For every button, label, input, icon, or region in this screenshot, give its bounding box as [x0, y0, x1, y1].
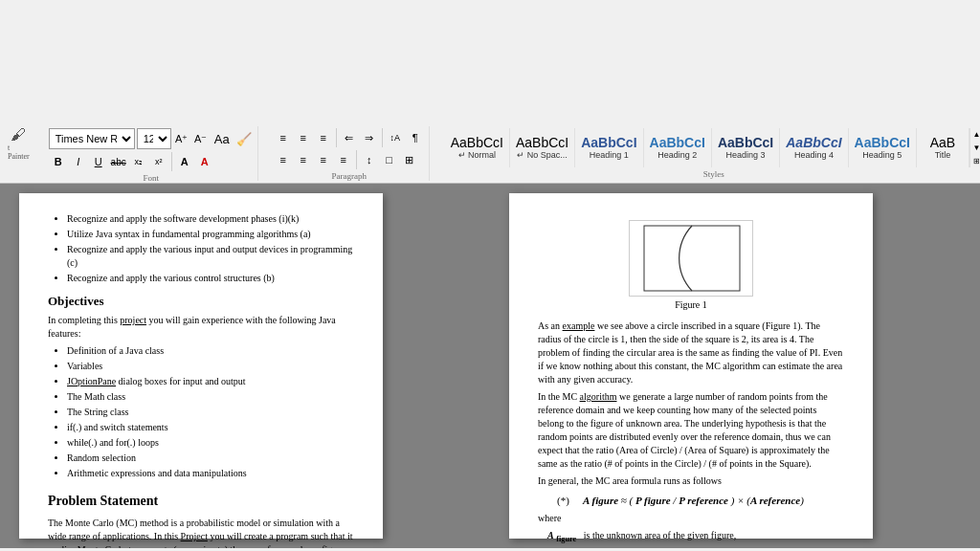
styles-group-label: Styles [445, 167, 980, 179]
superscript-button[interactable]: x² [149, 152, 168, 171]
list-item: The Math class [67, 390, 354, 404]
font-color-button[interactable]: A [195, 152, 214, 171]
shading-button[interactable]: □ [380, 150, 399, 169]
style-heading-1[interactable]: AaBbCcI Heading 1 [575, 128, 643, 167]
problem-statement-heading: Problem Statement [48, 492, 354, 511]
decrease-indent-button[interactable]: ⇐ [340, 128, 359, 147]
font-name-selector[interactable]: Times New Ro [49, 128, 135, 149]
list-item: Recognize and apply the software develop… [67, 212, 354, 226]
list-item: while(.) and for(.) loops [67, 436, 354, 450]
shrink-font-button[interactable]: A⁻ [192, 130, 210, 147]
formula-items: A figure is the unknown area of the give… [547, 529, 844, 548]
objectives-list: Definition of a Java class Variables JOp… [67, 344, 354, 480]
show-para-button[interactable]: ¶ [406, 128, 425, 147]
right-para2-end: In general, the MC area formula runs as … [538, 474, 844, 488]
right-para2: In the MC algorithm we generate a large … [538, 390, 844, 471]
list-item: Utilize Java syntax in fundamental progr… [67, 228, 354, 241]
left-document-page: Recognize and apply the software develop… [19, 193, 383, 539]
list-item: Arithmetic expressions and data manipula… [67, 467, 354, 480]
align-center-button[interactable]: ≡ [294, 150, 313, 169]
figure-1-svg [629, 220, 753, 297]
styles-group: AaBbCcI ↵ Normal AaBbCcI ↵ No Spac... Aa… [441, 126, 980, 181]
objectives-heading: Objectives [48, 293, 354, 310]
list-item: The String class [67, 406, 354, 419]
list-item: Recognize and apply the various input an… [67, 243, 354, 270]
font-size-selector[interactable]: 12 [137, 128, 171, 149]
bullets-button[interactable]: ≡ [274, 128, 293, 147]
format-painter-button[interactable]: 🖌 t Painter [4, 126, 33, 181]
change-case-button[interactable]: Aa [212, 130, 233, 147]
styles-row: AaBbCcI ↵ Normal AaBbCcI ↵ No Spac... Aa… [445, 128, 980, 167]
style-heading-4[interactable]: AaBbCcI Heading 4 [780, 128, 848, 167]
list-item: Recognize and apply the various control … [67, 272, 354, 285]
style-heading-5[interactable]: AaBbCcI Heading 5 [849, 128, 917, 167]
style-heading-2[interactable]: AaBbCcI Heading 2 [644, 128, 712, 167]
align-justify-button[interactable]: ≡ [334, 150, 353, 169]
list-item: Definition of a Java class [67, 344, 354, 358]
objectives-intro: In completing this project you will gain… [48, 314, 354, 341]
right-document-page: Figure 1 As an example we see above a ci… [509, 193, 873, 539]
style-heading-3[interactable]: AaBbCcI Heading 3 [712, 128, 780, 167]
figure-1-label: Figure 1 [538, 298, 844, 312]
multilevel-button[interactable]: ≡ [314, 128, 333, 147]
list-item: if(.) and switch statements [67, 421, 354, 434]
bold-button[interactable]: B [49, 152, 68, 171]
subscript-button[interactable]: x₂ [129, 152, 148, 171]
style-no-space[interactable]: AaBbCcI ↵ No Spac... [510, 128, 575, 167]
left-panel: Recognize and apply the software develop… [0, 184, 402, 548]
font-group: Times New Ro 12 A⁺ A⁻ Aa 🧹 B I U abc x₂ … [45, 126, 258, 181]
main-area: Recognize and apply the software develop… [0, 184, 980, 548]
line-spacing-button[interactable]: ↕ [360, 150, 379, 169]
border-button[interactable]: ⊞ [400, 150, 419, 169]
italic-button[interactable]: I [69, 152, 88, 171]
strikethrough-button[interactable]: abc [109, 152, 128, 171]
clear-formatting-button[interactable]: 🧹 [234, 129, 254, 148]
formula-line: (*) A figure ≈ ( P figure / P reference … [557, 494, 844, 508]
right-para1: As an example we see above a circle insc… [538, 320, 844, 386]
svg-rect-0 [644, 226, 740, 291]
increase-indent-button[interactable]: ⇒ [360, 128, 379, 147]
underline-button[interactable]: U [89, 152, 108, 171]
style-title[interactable]: AaB Title [917, 128, 969, 167]
grow-font-button[interactable]: A⁺ [173, 130, 190, 147]
numbering-button[interactable]: ≡ [294, 128, 313, 147]
problem-body: The Monte Carlo (MC) method is a probabi… [48, 517, 354, 548]
right-panel: Figure 1 As an example we see above a ci… [402, 184, 980, 548]
list-item: JOptionPane dialog boxes for input and o… [67, 375, 354, 388]
styles-scroll-down[interactable]: ▼ [970, 142, 980, 155]
formula-item-1: A figure is the unknown area of the give… [547, 529, 844, 545]
align-left-button[interactable]: ≡ [274, 150, 293, 169]
font-group-label: Font [49, 171, 254, 183]
top-bullet-list: Recognize and apply the software develop… [67, 212, 354, 285]
figure-1-container: Figure 1 [538, 220, 844, 312]
align-right-button[interactable]: ≡ [314, 150, 333, 169]
styles-expand[interactable]: ⊞ [970, 154, 980, 167]
ribbon: 🖌 t Painter Times New Ro 12 A⁺ A⁻ Aa 🧹 B [0, 124, 980, 184]
text-highlight-button[interactable]: A [175, 152, 194, 171]
list-item: Random selection [67, 452, 354, 465]
paragraph-group-label: Paragraph [274, 169, 425, 181]
sort-button[interactable]: ↕A [386, 128, 405, 147]
styles-scroll-up[interactable]: ▲ [970, 128, 980, 142]
where-label: where [538, 512, 844, 525]
list-item: Variables [67, 360, 354, 373]
style-normal[interactable]: AaBbCcI ↵ Normal [445, 128, 510, 167]
paragraph-group: ≡ ≡ ≡ ⇐ ⇒ ↕A ¶ ≡ ≡ ≡ ≡ ↕ □ ⊞ Par [270, 126, 430, 181]
